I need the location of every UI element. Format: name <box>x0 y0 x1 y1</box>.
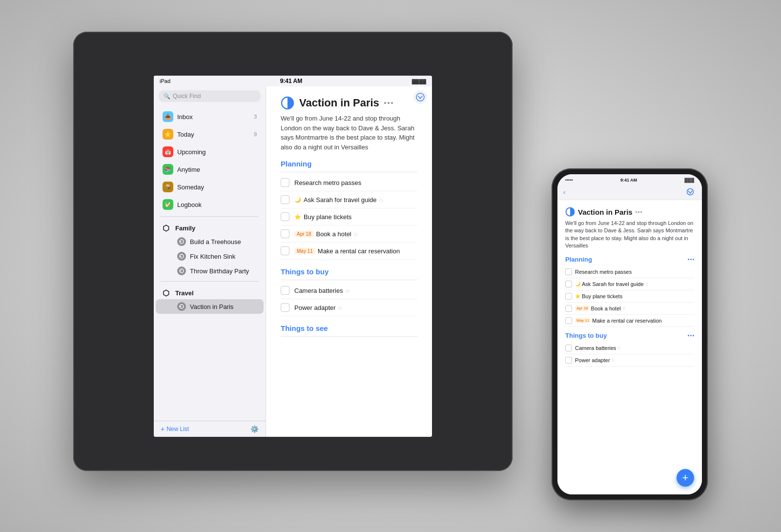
task-camera-batteries[interactable]: Camera batteries ◇ <box>281 282 417 299</box>
iphone-reminder-icon-7: ◇ <box>612 358 615 362</box>
sidebar-item-logbook[interactable]: ✅ Logbook <box>156 196 264 213</box>
new-list-label: New List <box>166 426 189 432</box>
plus-icon: + <box>161 425 164 433</box>
back-button[interactable]: ‹ <box>563 188 565 196</box>
family-group-icon: ⬡ <box>161 223 171 233</box>
ipad-device: iPad 9:41 AM ▓▓▓▓ 🔍 Quick Find <box>73 32 513 471</box>
iphone-date-badge-apr18: Apr 18 <box>575 306 590 311</box>
iphone-task-1[interactable]: Research metro passes <box>565 266 694 278</box>
iphone-checkbox-1[interactable] <box>565 268 572 275</box>
iphone-task-label-2: 🌙 Ask Sarah for travel guide ◇ <box>575 281 648 287</box>
travel-group-header: ⬡ Travel <box>154 285 266 299</box>
settings-icon[interactable]: ⚙️ <box>250 425 259 433</box>
sidebar-item-today[interactable]: ⭐ Today 9 <box>156 125 264 143</box>
family-group-header: ⬡ Family <box>154 220 266 234</box>
task-label-6: Camera batteries ◇ <box>294 287 349 294</box>
task-checkbox-4[interactable] <box>281 229 289 238</box>
list-item-fix-kitchen[interactable]: Fix Kitchen Sink <box>156 249 264 264</box>
iphone-task-5[interactable]: May 11 Make a rental car reservation <box>565 315 694 327</box>
iphone-moon-icon: 🌙 <box>575 282 580 286</box>
someday-label: Someday <box>177 184 257 191</box>
sidebar-item-inbox[interactable]: 📥 Inbox 3 <box>156 108 264 125</box>
new-list-button[interactable]: + New List <box>161 425 189 433</box>
iphone-buy-dots[interactable] <box>688 335 694 336</box>
iphone-project-menu-dots[interactable] <box>636 211 642 213</box>
ipad-time: 9:41 AM <box>280 78 303 84</box>
ipad-device-label: iPad <box>160 78 170 84</box>
iphone-battery: ▓▓▓ <box>684 178 694 183</box>
inbox-icon: 📥 <box>163 111 173 122</box>
task-label-4: Apr 18 Book a hotel ◇ <box>294 230 358 238</box>
back-chevron-icon: ‹ <box>563 188 565 196</box>
iphone-nav-bar: ‹ <box>557 184 702 200</box>
throw-party-icon <box>177 266 186 275</box>
task-checkbox-1[interactable] <box>281 178 289 187</box>
sidebar-item-anytime[interactable]: 📚 Anytime <box>156 161 264 178</box>
project-title-row: Vaction in Paris <box>281 96 417 110</box>
iphone-task-4[interactable]: Apr 18 Book a hotel ◇ <box>565 303 694 315</box>
iphone-task-label-5: May 11 Make a rental car reservation <box>575 318 662 324</box>
iphone-task-label-4: Apr 18 Book a hotel ◇ <box>575 306 625 311</box>
iphone-checkbox-3[interactable] <box>565 293 572 300</box>
iphone-chevron-button[interactable] <box>684 186 696 198</box>
iphone-content: Vaction in Paris We'll go from June 14-2… <box>557 200 702 494</box>
task-rental-car[interactable]: May 11 Make a rental car reservation <box>281 243 417 260</box>
project-title: Vaction in Paris <box>299 97 379 109</box>
iphone-task-2[interactable]: 🌙 Ask Sarah for travel guide ◇ <box>565 278 694 290</box>
things-to-buy-section: Things to buy Camera batteries ◇ <box>281 267 417 316</box>
iphone-project-status-icon <box>565 207 575 217</box>
iphone-reminder-icon-4: ◇ <box>622 306 625 310</box>
fix-kitchen-icon <box>177 252 186 261</box>
sidebar-item-upcoming[interactable]: 📅 Upcoming <box>156 143 264 161</box>
list-item-vaction-paris[interactable]: Vaction in Paris <box>156 299 264 314</box>
iphone-star-icon: ⭐ <box>575 294 580 299</box>
iphone-project-title-row: Vaction in Paris <box>565 207 694 217</box>
iphone-project-title: Vaction in Paris <box>578 208 633 216</box>
iphone-task-6[interactable]: Camera batteries ◇ <box>565 342 694 354</box>
inbox-label: Inbox <box>177 113 254 121</box>
iphone-checkbox-4[interactable] <box>565 305 572 312</box>
ipad-status-bar: iPad 9:41 AM ▓▓▓▓ <box>154 76 432 86</box>
iphone-task-7[interactable]: Power adapter ◇ <box>565 354 694 367</box>
project-menu-dots[interactable] <box>384 102 393 104</box>
task-ask-sarah[interactable]: 🌙 Ask Sarah for travel guide ◇ <box>281 191 417 208</box>
iphone-checkbox-7[interactable] <box>565 357 572 364</box>
travel-group-label: Travel <box>175 289 194 297</box>
search-icon: 🔍 <box>164 93 170 100</box>
logbook-icon: ✅ <box>163 199 173 210</box>
iphone-checkbox-6[interactable] <box>565 345 572 351</box>
iphone-checkbox-2[interactable] <box>565 281 572 287</box>
task-label-5: May 11 Make a rental car reservation <box>294 247 400 255</box>
list-item-throw-party[interactable]: Throw Birthday Party <box>156 264 264 278</box>
family-group-label: Family <box>175 225 195 232</box>
iphone-time: 9:41 AM <box>620 178 637 183</box>
task-book-hotel[interactable]: Apr 18 Book a hotel ◇ <box>281 225 417 243</box>
task-research-metro[interactable]: Research metro passes <box>281 174 417 191</box>
divider-1 <box>161 216 259 217</box>
iphone-screen: ••••• 9:41 AM ▓▓▓ ‹ <box>557 174 702 494</box>
iphone-device: ••••• 9:41 AM ▓▓▓ ‹ <box>552 168 708 500</box>
task-power-adapter[interactable]: Power adapter ◇ <box>281 299 417 316</box>
search-bar[interactable]: 🔍 Quick Find <box>159 90 261 102</box>
task-checkbox-5[interactable] <box>281 246 289 255</box>
task-checkbox-7[interactable] <box>281 303 289 312</box>
task-checkbox-2[interactable] <box>281 195 289 204</box>
iphone-things-to-buy-title: Things to buy <box>565 332 694 339</box>
project-status-icon <box>281 96 294 110</box>
add-task-button[interactable]: + <box>677 469 694 487</box>
task-checkbox-6[interactable] <box>281 286 289 295</box>
upcoming-icon: 📅 <box>163 146 173 157</box>
task-checkbox-3[interactable] <box>281 212 289 221</box>
list-item-build-treehouse[interactable]: Build a Treehouse <box>156 234 264 249</box>
iphone-checkbox-5[interactable] <box>565 317 572 324</box>
today-label: Today <box>177 131 254 138</box>
sidebar-item-someday[interactable]: 📦 Someday <box>156 178 264 196</box>
task-buy-tickets[interactable]: ⭐ Buy plane tickets <box>281 208 417 225</box>
someday-icon: 📦 <box>163 182 173 192</box>
iphone-planning-dots[interactable] <box>688 259 694 260</box>
task-label-2: 🌙 Ask Sarah for travel guide ◇ <box>294 196 383 204</box>
inbox-badge: 3 <box>254 114 257 120</box>
iphone-task-3[interactable]: ⭐ Buy plane tickets <box>565 290 694 303</box>
task-label-3: ⭐ Buy plane tickets <box>294 213 351 221</box>
chevron-down-button[interactable] <box>413 90 427 104</box>
